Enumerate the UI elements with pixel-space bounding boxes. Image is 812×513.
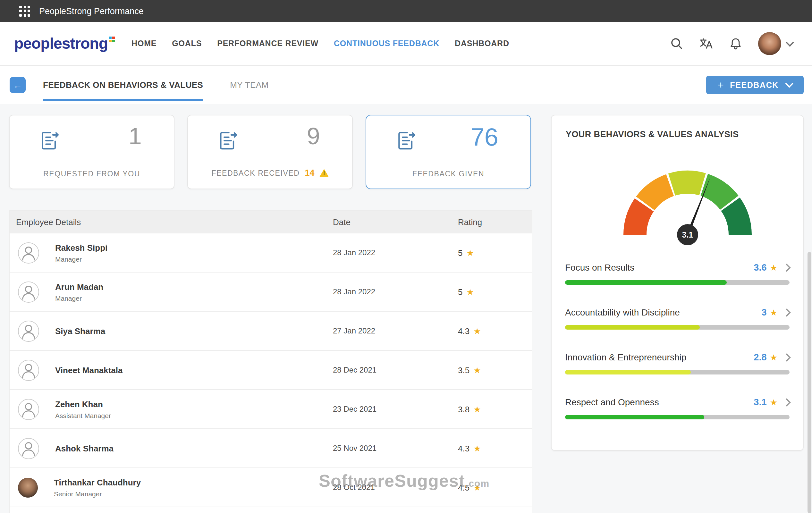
star-icon: ★	[770, 307, 777, 317]
tab-feedback-on-behaviors-values[interactable]: FEEDBACK ON BEHAVIORS & VALUES	[43, 66, 203, 104]
nav-item-performance-review[interactable]: PERFORMANCE REVIEW	[217, 39, 318, 48]
metric-value: 3.1	[754, 397, 766, 407]
employee-name: Siya Sharma	[55, 326, 105, 336]
metric-focus-on-results: Focus on Results 3.6 ★	[565, 262, 789, 285]
table-row[interactable]: Arun Madan Manager 28 Jan 2022 5 ★	[10, 272, 532, 311]
feedback-note-icon	[38, 128, 61, 155]
metric-label: Innovation & Entrepreneurship	[565, 352, 686, 362]
window-title: PeopleStrong Performance	[39, 6, 144, 16]
star-icon: ★	[473, 326, 481, 336]
nav-item-goals[interactable]: GOALS	[172, 39, 202, 48]
nav-item-continuous-feedback[interactable]: CONTINUOUS FEEDBACK	[334, 39, 439, 48]
metric-value: 2.8	[754, 352, 766, 362]
app-logo[interactable]: peoplestrong	[14, 36, 115, 51]
analysis-title: YOUR BEHAVIORS & VALUES ANALYSIS	[566, 129, 789, 139]
main-content: 1 REQUESTED FROM YOU 9 FEEDBACK RECEIVED…	[0, 104, 812, 513]
column-rating: Rating	[458, 217, 532, 227]
user-menu[interactable]	[758, 32, 793, 55]
feedback-date: 28 Dec 2021	[333, 351, 458, 389]
chevron-right-icon[interactable]	[783, 308, 790, 316]
gauge-chart: 3.1	[623, 168, 752, 246]
metric-bar	[565, 325, 789, 330]
employee-name: Ashok Sharma	[55, 444, 114, 453]
star-icon: ★	[473, 483, 481, 492]
table-row[interactable]: Zehen Khan Assistant Manager 23 Dec 2021…	[10, 389, 532, 428]
employee-role: Manager	[55, 294, 103, 302]
avatar	[18, 281, 39, 302]
notifications-icon[interactable]	[729, 36, 743, 51]
metric-respect-and-openness: Respect and Openness 3.1 ★	[565, 397, 789, 419]
plus-icon: +	[718, 79, 724, 91]
table-row[interactable]: Rakesh Sippi Manager 28 Jan 2022 5 ★	[10, 233, 532, 272]
rating-value: 4.3	[458, 444, 469, 453]
chevron-right-icon[interactable]	[783, 263, 790, 271]
table-row[interactable]: Tirthankar Chaudhury Senior Manager 28 O…	[10, 467, 532, 507]
avatar	[18, 437, 39, 459]
stat-card-feedback-received[interactable]: 9 FEEDBACK RECEIVED 14 !	[187, 115, 353, 189]
app-launcher-icon[interactable]	[19, 5, 30, 17]
metric-bar	[565, 280, 789, 285]
stat-label: REQUESTED FROM YOU	[43, 170, 140, 178]
stat-card-feedback-given[interactable]: 76 FEEDBACK GIVEN	[366, 115, 531, 189]
stat-cards: 1 REQUESTED FROM YOU 9 FEEDBACK RECEIVED…	[9, 115, 531, 189]
stat-card-requested-from-you[interactable]: 1 REQUESTED FROM YOU	[9, 115, 174, 189]
back-button[interactable]: ←	[10, 77, 26, 93]
employee-name: Arun Madan	[55, 282, 103, 292]
feedback-note-icon	[216, 128, 239, 155]
header-actions	[670, 32, 793, 55]
analysis-panel: YOUR BEHAVIORS & VALUES ANALYSIS 3.1 Foc…	[551, 115, 804, 451]
titlebar: PeopleStrong Performance	[0, 0, 812, 22]
table-row[interactable]: deepak bhatt	[10, 507, 532, 513]
employee-role: Assistant Manager	[55, 411, 111, 419]
metric-bar	[565, 370, 789, 374]
feedback-button-label: FEEDBACK	[730, 81, 779, 89]
table-header: Employee Details Date Rating	[10, 211, 532, 233]
user-avatar[interactable]	[758, 32, 781, 55]
avatar	[18, 359, 39, 381]
metric-value: 3	[762, 307, 767, 318]
chevron-right-icon[interactable]	[783, 398, 790, 406]
metric-label: Focus on Results	[565, 262, 634, 273]
chevron-down-icon	[785, 80, 793, 88]
feedback-button[interactable]: + FEEDBACK	[706, 76, 804, 94]
back-arrow-icon: ←	[13, 81, 22, 89]
star-icon: ★	[466, 287, 474, 297]
logo-text: peoplestrong	[14, 36, 108, 51]
warning-icon: !	[320, 169, 329, 177]
avatar	[18, 398, 39, 420]
star-icon: ★	[473, 404, 481, 414]
header: peoplestrong HOMEGOALSPERFORMANCE REVIEW…	[0, 22, 812, 66]
table-row[interactable]: Siya Sharma 27 Jan 2022 4.3 ★	[10, 311, 532, 350]
nav-item-dashboard[interactable]: DASHBOARD	[455, 39, 509, 48]
employee-name: Zehen Khan	[55, 399, 111, 409]
nav-item-home[interactable]: HOME	[132, 39, 156, 48]
search-icon[interactable]	[670, 36, 684, 51]
star-icon: ★	[466, 248, 474, 258]
star-icon: ★	[770, 352, 777, 362]
rating-value: 5	[458, 248, 462, 258]
employee-name: Tirthankar Chaudhury	[54, 477, 141, 487]
scrollbar-thumb[interactable]	[808, 252, 811, 513]
rating-value: 4.5	[458, 483, 469, 492]
rating-value: 4.3	[458, 326, 469, 336]
feedback-date: 28 Oct 2021	[333, 468, 458, 507]
chevron-right-icon[interactable]	[783, 353, 790, 361]
table-row[interactable]: Ashok Sharma 25 Nov 2021 4.3 ★	[10, 428, 532, 467]
table-row[interactable]: Vineet Manaktala 28 Dec 2021 3.5 ★	[10, 350, 532, 389]
tab-my-team[interactable]: MY TEAM	[230, 66, 268, 104]
metric-innovation-entrepreneurship: Innovation & Entrepreneurship 2.8 ★	[565, 352, 789, 374]
feedback-note-icon	[395, 128, 417, 155]
translate-icon[interactable]	[699, 36, 713, 51]
metric-accountability-with-discipline: Accountability with Discipline 3 ★	[565, 307, 789, 330]
feedback-table: Employee Details Date Rating Rakesh Sipp…	[9, 210, 532, 513]
feedback-date: 28 Jan 2022	[333, 273, 458, 311]
feedback-date: 23 Dec 2021	[333, 390, 458, 428]
employee-name: Vineet Manaktala	[55, 365, 123, 375]
column-employee-details: Employee Details	[10, 217, 333, 227]
metric-bar-fill	[565, 370, 691, 374]
metric-value: 3.6	[754, 262, 766, 273]
app-window: PeopleStrong Performance peoplestrong HO…	[0, 0, 812, 513]
stat-value: 1	[128, 123, 142, 150]
metric-label: Accountability with Discipline	[565, 307, 680, 318]
stat-badge-count: 14	[305, 168, 315, 178]
